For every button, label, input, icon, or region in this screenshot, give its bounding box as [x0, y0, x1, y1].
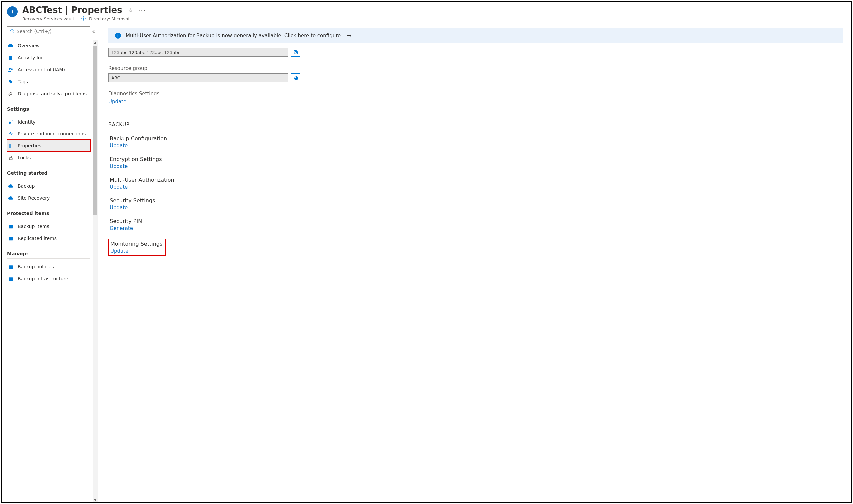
svg-rect-12 [8, 224, 12, 228]
svg-line-3 [13, 31, 14, 32]
setting-security-pin: Security PIN Generate [108, 218, 843, 231]
search-input[interactable] [17, 29, 87, 34]
setting-title: Security PIN [110, 218, 843, 224]
section-manage: Manage [7, 244, 90, 258]
sidebar-item-replicated-items[interactable]: Replicated items [7, 232, 90, 244]
sidebar-item-identity[interactable]: Identity [7, 116, 90, 128]
svg-rect-18 [295, 76, 297, 79]
setting-title: Encryption Settings [110, 156, 843, 162]
sidebar-item-label: Backup Infrastructure [18, 276, 68, 281]
sidebar-item-label: Locks [18, 155, 31, 160]
setting-title: Security Settings [110, 197, 843, 204]
svg-point-5 [8, 68, 11, 70]
sidebar-item-label: Replicated items [18, 236, 57, 241]
svg-rect-4 [9, 56, 12, 59]
resource-group-field: ABC [108, 73, 288, 82]
sidebar: « Overview Activity log [2, 23, 98, 502]
svg-rect-15 [8, 277, 12, 281]
diagnostics-update-link[interactable]: Update [108, 98, 843, 105]
info-icon [7, 6, 18, 17]
update-link[interactable]: Update [110, 143, 128, 149]
page-title: ABCTest | Properties [22, 5, 122, 15]
search-input-wrapper[interactable] [7, 26, 90, 36]
setting-multi-user-auth: Multi-User Authorization Update [108, 177, 843, 190]
update-link[interactable]: Update [110, 205, 128, 211]
favorite-star-icon[interactable]: ☆ [128, 7, 133, 14]
cloud-icon [8, 42, 14, 49]
log-icon [8, 55, 14, 60]
svg-rect-16 [295, 51, 297, 54]
svg-rect-19 [294, 76, 297, 78]
section-divider [7, 258, 90, 259]
sidebar-item-properties[interactable]: Properties [7, 140, 90, 152]
sidebar-item-label: Private endpoint connections [18, 131, 86, 137]
sidebar-item-label: Identity [18, 119, 36, 125]
sidebar-item-locks[interactable]: Locks [7, 152, 90, 164]
backup-section-heading: BACKUP [108, 122, 843, 127]
section-divider [7, 178, 90, 178]
sidebar-item-label: Activity log [18, 55, 43, 60]
sidebar-item-label: Backup policies [18, 264, 54, 269]
lock-icon [8, 156, 14, 160]
section-divider [108, 114, 301, 115]
info-banner[interactable]: i Multi-User Authorization for Backup is… [108, 28, 843, 43]
recovery-icon [8, 195, 14, 201]
sidebar-item-activity-log[interactable]: Activity log [7, 52, 90, 64]
svg-point-2 [11, 29, 13, 32]
setting-security-settings: Security Settings Update [108, 197, 843, 211]
svg-rect-13 [8, 236, 12, 240]
setting-title: Backup Configuration [110, 136, 843, 142]
update-link[interactable]: Update [110, 184, 128, 190]
update-link[interactable]: Update [110, 163, 128, 169]
main-content: i Multi-User Authorization for Backup is… [98, 23, 851, 502]
sidebar-item-iam[interactable]: Access control (IAM) [7, 64, 90, 76]
sidebar-item-private-endpoint[interactable]: Private endpoint connections [7, 128, 90, 140]
sidebar-item-label: Properties [18, 143, 41, 148]
wrench-icon [8, 91, 14, 96]
svg-rect-17 [294, 51, 297, 53]
setting-title: Multi-User Authorization [110, 177, 843, 183]
sidebar-item-label: Backup items [18, 224, 49, 229]
sidebar-item-backup[interactable]: Backup [7, 180, 90, 192]
network-icon [8, 131, 14, 137]
banner-link[interactable]: Multi-User Authorization for Backup is n… [126, 33, 342, 39]
copy-button[interactable] [291, 73, 300, 82]
sidebar-item-tags[interactable]: Tags [7, 76, 90, 88]
sidebar-item-label: Site Recovery [18, 195, 50, 201]
directory-label: Directory: Microsoft [89, 16, 131, 21]
more-actions-icon[interactable]: ··· [138, 7, 146, 14]
update-link[interactable]: Update [110, 248, 128, 254]
sidebar-item-backup-policies[interactable]: Backup policies [7, 260, 90, 273]
setting-encryption: Encryption Settings Update [108, 156, 843, 169]
sidebar-item-diagnose[interactable]: Diagnose and solve problems [7, 88, 90, 100]
sidebar-item-backup-items[interactable]: Backup items [7, 220, 90, 232]
svg-rect-1 [12, 11, 13, 14]
svg-rect-14 [8, 265, 12, 269]
sidebar-item-site-recovery[interactable]: Site Recovery [7, 192, 90, 204]
arrow-right-icon: → [347, 32, 351, 39]
generate-link[interactable]: Generate [110, 226, 133, 231]
id-readonly-field: 123abc-123abc-123abc-123abc [108, 48, 288, 57]
resource-type-label: Recovery Services vault [22, 16, 74, 21]
scroll-down-icon[interactable]: ▼ [93, 497, 98, 502]
page-header: ABCTest | Properties ☆ ··· Recovery Serv… [2, 2, 851, 23]
scrollbar-thumb[interactable] [93, 46, 97, 215]
sidebar-item-overview[interactable]: Overview [7, 40, 90, 52]
sidebar-item-label: Access control (IAM) [18, 67, 65, 72]
svg-point-6 [11, 68, 13, 70]
diagnostics-label: Diagnostics Settings [108, 91, 843, 96]
key-icon [8, 119, 14, 125]
section-protected: Protected items [7, 204, 90, 218]
search-icon [10, 29, 15, 34]
collapse-sidebar-icon[interactable]: « [92, 29, 95, 34]
tag-icon [8, 79, 14, 84]
sidebar-item-backup-infra[interactable]: Backup Infrastructure [7, 273, 90, 285]
scroll-up-icon[interactable]: ▲ [93, 40, 98, 45]
separator [77, 16, 78, 21]
section-divider [7, 113, 90, 114]
scrollbar[interactable]: ▲ ▼ [93, 40, 98, 502]
resource-group-label: Resource group [108, 65, 843, 71]
copy-button[interactable] [291, 48, 300, 57]
svg-point-0 [12, 10, 13, 11]
grid-icon [8, 236, 14, 241]
